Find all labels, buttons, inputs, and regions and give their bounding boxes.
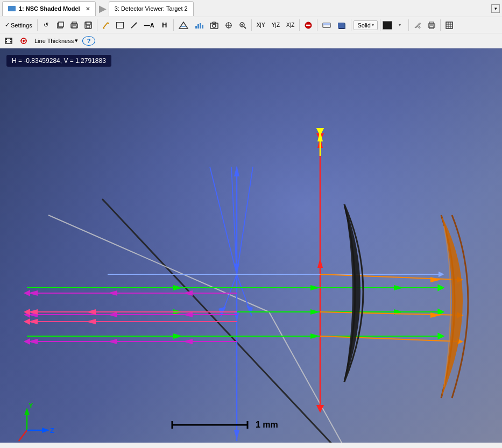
print2-icon [428,22,435,29]
settings-button[interactable]: ✓ Settings [2,19,35,32]
zoom-icon [239,22,246,29]
chart-icon [195,22,203,29]
tab-close-1[interactable]: ✕ [86,6,90,12]
help-button[interactable]: ? [82,36,95,46]
sep8 [380,19,380,31]
sep1 [37,19,38,31]
svg-line-9 [108,23,109,24]
wrench-icon [414,22,421,29]
svg-rect-46 [10,38,12,40]
text-a-button[interactable]: —A [142,19,157,32]
svg-rect-4 [72,26,76,28]
save-button[interactable] [82,19,95,32]
line-draw-button[interactable] [128,19,140,32]
svg-rect-32 [338,23,344,28]
pencil-icon [102,22,110,29]
sep5 [299,19,300,31]
settings-label: Settings [11,22,32,29]
tab-label-2: 3: Detector Viewer: Target 2 [115,5,188,12]
solid-label: Solid [357,22,370,29]
tab-nsc-shaded-model[interactable]: 1: NSC Shaded Model ✕ [2,1,96,16]
solid-view-button[interactable] [335,19,349,32]
check-icon: ✓ [5,22,10,29]
flat-view-icon [322,22,331,29]
viewport[interactable]: 1 mm Y Z H = -0.83459284, V = 1.2791883 [0,48,502,443]
grid-button[interactable] [443,19,456,32]
tab-model-icon [8,6,16,11]
line-thickness-arrow: ▾ [75,37,78,44]
no-entry-button[interactable] [302,19,315,32]
svg-text:Z: Z [50,426,54,435]
target-icon [20,37,27,45]
svg-marker-33 [344,23,345,29]
crosshair-button[interactable] [222,19,235,32]
refresh-icon: ↺ [44,22,48,29]
color-dropdown-arrow: ▾ [399,23,401,27]
pencil-button[interactable] [100,19,112,32]
tab-separator: ▶ [99,3,107,15]
wrench-button[interactable] [411,19,424,32]
rect-draw-button[interactable] [114,19,126,32]
window-controls: ▾ [491,4,500,13]
transform-icon [179,22,188,29]
svg-rect-3 [72,22,76,24]
svg-rect-15 [197,24,199,29]
sep3 [173,19,174,31]
svg-line-11 [131,23,137,28]
color-swatch[interactable] [383,21,392,30]
svg-rect-36 [429,22,434,24]
tab-label-1: 1: NSC Shaded Model [19,5,80,12]
copy-icon [56,22,64,29]
chart-button[interactable] [192,19,206,32]
film-button[interactable] [2,34,15,47]
hud-text: H = -0.83459284, V = 1.2791883 [12,57,106,65]
text-h-button[interactable]: H [158,19,171,32]
svg-marker-34 [338,28,345,29]
tab-detector-viewer[interactable]: 3: Detector Viewer: Target 2 [109,1,194,16]
save-icon [84,22,92,29]
print-button[interactable] [68,19,81,32]
svg-rect-17 [202,25,203,29]
sep2 [97,19,97,31]
line-thickness-dropdown[interactable]: Line Thickness ▾ [32,37,80,44]
svg-point-49 [23,40,25,42]
svg-rect-44 [5,38,7,40]
window-maximize[interactable]: ▾ [491,4,500,13]
color-dropdown[interactable]: ▾ [393,19,406,32]
svg-point-19 [213,24,216,27]
axis-xz-button[interactable]: X|Z [284,19,297,32]
svg-line-25 [244,27,246,29]
copy-button[interactable] [54,19,67,32]
camera-button[interactable] [207,19,221,32]
zoom-button[interactable] [236,19,249,32]
svg-rect-45 [5,41,7,42]
flat-view-button[interactable] [320,19,334,32]
print2-button[interactable] [425,19,438,32]
svg-rect-31 [323,23,330,25]
svg-text:Y: Y [29,401,33,409]
sep6 [317,19,317,31]
axis-xy-button[interactable]: X|Y [254,19,268,32]
hud-coordinates: H = -0.83459284, V = 1.2791883 [6,55,111,67]
transform-button[interactable] [176,19,191,32]
axis-yz-button[interactable]: Y|Z [269,19,282,32]
sep10 [440,19,441,31]
sep4 [251,19,252,31]
solid-dropdown-arrow: ▾ [372,23,374,27]
target-button[interactable] [17,34,30,47]
svg-rect-14 [195,26,197,29]
svg-rect-7 [87,25,90,28]
refresh-button[interactable]: ↺ [40,19,53,32]
toolbar-row-1: ✓ Settings ↺ [0,17,502,33]
print-icon [70,22,78,29]
line-thickness-label: Line Thickness [34,38,74,44]
solid-dropdown-button[interactable]: Solid ▾ [353,20,377,30]
axis-yz-label: Y|Z [272,22,280,28]
rect-icon [116,22,124,29]
axis-xy-label: X|Y [257,22,265,28]
help-icon: ? [87,38,91,44]
svg-rect-47 [10,41,12,42]
line-icon [130,22,138,29]
svg-marker-12 [179,22,188,29]
title-bar: 1: NSC Shaded Model ✕ ▶ 3: Detector View… [0,0,502,17]
